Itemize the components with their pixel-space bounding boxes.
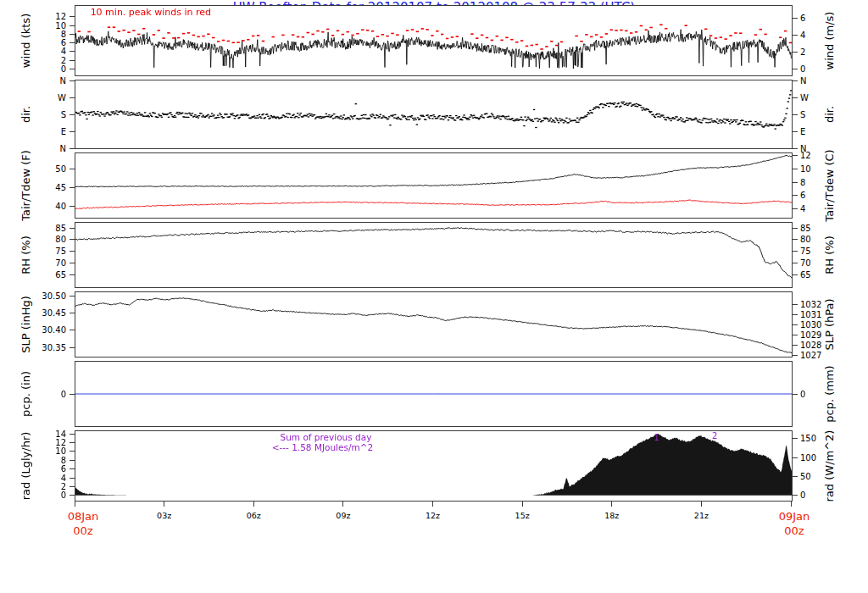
slp-ytick-label: 1027 [800, 351, 821, 360]
dir-ytick-label: N [800, 76, 806, 86]
x-tick-label: 06z [247, 511, 261, 520]
pcp-axis-title-left: pcp. (in) [19, 371, 32, 417]
slp-ytick-label: 1029 [800, 330, 821, 340]
tair-ytick-label: 4 [800, 204, 805, 213]
rad-ytick-l [70, 434, 75, 435]
pcp-ytick-l [70, 394, 75, 395]
rad-marker-1: 1 [654, 433, 659, 442]
panel-rh [75, 222, 793, 288]
dir-ytick-l [70, 97, 75, 98]
tair-ytick-r [793, 182, 798, 183]
rh-ytick-label: 70 [800, 258, 811, 268]
wind-ytick-r [793, 18, 798, 19]
tair-ytick-r [793, 208, 798, 209]
rh-ytick-l [70, 228, 75, 229]
rh-plot-canvas [75, 223, 792, 287]
meteogram-chart: UW Rooftop Data for 20120107 to 20120108… [0, 0, 868, 593]
tair-ytick-label: 10 [800, 164, 811, 174]
x-tick [522, 502, 523, 507]
x-tick [75, 502, 75, 507]
rad-plot-canvas [75, 431, 792, 501]
rad-sum-label-2: <--- 1.58 MJoules/m^2 [272, 442, 374, 452]
x-tick-label: 12z [426, 511, 440, 520]
x-tick [791, 502, 792, 507]
panel-rad [75, 430, 793, 502]
x-start-date: 08Jan00z [68, 509, 99, 538]
tair-axis-title-right: Tair/Tdew (C) [823, 149, 836, 221]
dir-plot-canvas [75, 80, 792, 148]
dir-ytick-l [70, 80, 75, 81]
rad-ytick-label: 50 [800, 472, 811, 481]
slp-ytick-l [70, 313, 75, 313]
rh-axis-title-left: RH (%) [19, 236, 32, 274]
wind-ytick-r [793, 52, 798, 53]
rad-ytick-label: 150 [800, 434, 816, 443]
slp-ytick-l [70, 296, 75, 296]
slp-ytick-r [793, 335, 798, 335]
wind-ytick-label: 4 [800, 30, 805, 40]
rad-ytick-r [793, 476, 798, 477]
panel-slp [75, 291, 793, 357]
slp-axis-title-left: SLP (inHg) [19, 296, 32, 353]
dir-ytick-l [70, 114, 75, 115]
rh-axis-title-right: RH (%) [823, 236, 836, 274]
rh-ytick-r [793, 251, 798, 252]
x-tick [432, 502, 433, 507]
tair-ytick-r [793, 169, 798, 169]
rad-ytick-l [70, 495, 75, 496]
x-tick [342, 502, 343, 507]
wind-ytick-l [70, 42, 75, 43]
dir-ytick-r [793, 114, 798, 115]
wind-ytick-label: 0 [800, 64, 805, 74]
slp-ytick-l [70, 347, 75, 348]
rad-ytick-l [70, 451, 75, 452]
slp-ytick-label: 1032 [800, 300, 821, 309]
tair-ytick-l [70, 187, 75, 188]
rad-axis-title-left: rad (Lgly/hr) [19, 432, 32, 501]
x-end-date-day: 09Jan [779, 509, 810, 524]
rad-ytick-l [70, 486, 75, 487]
panel-tair [75, 152, 793, 219]
rh-ytick-label: 75 [800, 247, 811, 256]
slp-ytick-r [793, 314, 798, 315]
x-end-date-hour: 00z [779, 524, 810, 538]
tair-axis-title-left: Tair/Tdew (F) [19, 150, 32, 221]
rh-ytick-label: 65 [800, 270, 811, 280]
tair-ytick-l [70, 206, 75, 207]
dir-ytick-label: N [22, 76, 66, 86]
dir-ytick-r [793, 131, 798, 132]
wind-ytick-r [793, 35, 798, 36]
tair-ytick-label: 6 [800, 191, 805, 200]
rad-ytick-r [793, 457, 798, 458]
rad-ytick-l [70, 460, 75, 461]
x-tick-label: 21z [694, 511, 709, 520]
slp-ytick-label: 1028 [800, 341, 821, 350]
slp-axis-title-right: SLP (hPa) [823, 298, 836, 350]
wind-ytick-l [70, 60, 75, 61]
panel-dir [75, 80, 793, 149]
tair-plot-canvas [75, 153, 792, 218]
slp-ytick-r [793, 355, 798, 356]
rad-ytick-label: 100 [800, 453, 816, 463]
wind-axis-title-right: wind (m/s) [823, 12, 836, 70]
x-start-date-day: 08Jan [68, 509, 99, 524]
dir-ytick-label: W [800, 93, 809, 103]
slp-plot-canvas [75, 292, 792, 357]
rad-ytick-l [70, 468, 75, 469]
x-tick [164, 502, 164, 507]
rad-axis-title-right: rad (W/m^2) [823, 430, 836, 502]
rad-ytick-r [793, 438, 798, 439]
slp-ytick-r [793, 345, 798, 346]
wind-axis-title-left: wind (kts) [19, 14, 32, 68]
wind-ytick-r [793, 69, 798, 69]
pcp-axis-title-right: pcp. (mm) [823, 365, 836, 422]
x-tick [253, 502, 254, 507]
dir-ytick-r [793, 97, 798, 98]
wind-ytick-l [70, 51, 75, 52]
wind-ytick-l [70, 16, 75, 17]
pcp-ytick-r [793, 394, 798, 395]
rh-ytick-label: 85 [800, 224, 811, 233]
x-tick-label: 15z [515, 511, 530, 520]
rad-ytick-r [793, 495, 798, 496]
dir-axis-title-right: dir. [823, 106, 836, 123]
